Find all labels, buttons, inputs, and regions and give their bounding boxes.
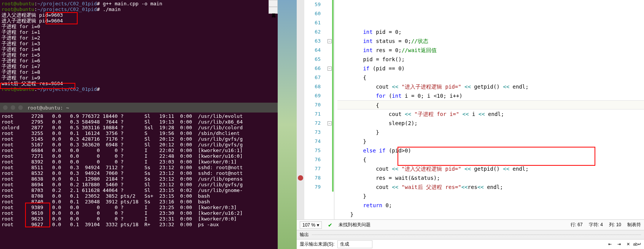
line-number: 78 (304, 173, 321, 182)
line-number: 76 (304, 155, 321, 164)
terminal-output-line: 进入子进程逻辑 pid=9604 (2, 18, 276, 24)
line-number: 79 (304, 182, 321, 192)
annotation-box-wait (0, 83, 75, 89)
terminal-output-line: 子进程 for i=2 (2, 35, 276, 41)
terminal-output-line: 子进程 for i=1 (2, 29, 276, 35)
terminal-output-line: 子进程 for i=5 (2, 52, 276, 58)
line-number: 73 (304, 128, 321, 137)
code-line[interactable]: return 0; (337, 201, 644, 210)
line-number: 59 (304, 0, 321, 9)
output-next-icon[interactable]: ⇥ (615, 241, 623, 248)
code-line[interactable]: sleep(2); (337, 119, 644, 128)
terminal2-titlebar[interactable]: root@ubuntu: ~ (0, 103, 278, 113)
fold-minus-icon[interactable]: − (328, 39, 332, 43)
tab-explorer[interactable]: 资源管理器 (269, 0, 278, 7)
status-tabs: 制表符 (627, 222, 641, 228)
line-number: 71 (304, 109, 321, 119)
ps-row: colord 2877 0.0 0.5 303116 10884 ? Ssl 1… (2, 125, 276, 130)
code-editor[interactable]: 5960616263646566676869707172737475767778… (297, 0, 644, 219)
code-line[interactable]: { (337, 100, 644, 109)
fold-minus-icon[interactable]: − (328, 121, 332, 125)
code-line[interactable]: else if (pid>0) (337, 146, 644, 155)
line-number: 61 (304, 18, 321, 27)
line-number: 75 (304, 146, 321, 155)
minimize-icon[interactable] (11, 105, 15, 110)
line-number: 67 (304, 73, 321, 82)
line-number: 63 (304, 36, 321, 46)
chevron-down-icon: ▾ (317, 222, 319, 228)
line-number-gutter: 5960616263646566676869707172737475767778… (304, 0, 325, 219)
code-line[interactable]: } (337, 192, 644, 201)
ps-row: root 2795 0.0 0.3 584948 7644 ? Sl 19:13… (2, 119, 276, 125)
ps-row: root 8511 0.0 0.3 94924 7112 ? Ss 23:12 … (2, 165, 276, 170)
code-line[interactable]: int pid = 0; (337, 27, 644, 36)
breakpoint-gutter[interactable] (297, 0, 304, 219)
output-panel-body: 显示输出来源(S): 生成 ⇤ ⇥ ✕ ab↵ (297, 239, 644, 249)
fold-gutter[interactable]: −−− (325, 0, 334, 219)
code-line[interactable]: cout << "进入父进程逻辑 pid=" << getpid() << en… (337, 164, 644, 173)
line-number: 68 (304, 82, 321, 91)
zoom-selector[interactable]: 107 % ▾ (300, 221, 322, 229)
output-wrap-icon[interactable]: ab↵ (633, 241, 641, 248)
line-number: 69 (304, 91, 321, 100)
code-line[interactable]: } (337, 128, 644, 137)
terminal-output-line: 子进程 for i=9 (2, 75, 276, 81)
ps-row: root 8532 0.0 0.3 94924 7060 ? Ss 23:12 … (2, 170, 276, 176)
terminal-output-line: 进入父进程逻辑 pid=9603 (2, 12, 276, 18)
tab-toolbox[interactable]: 工具箱 (269, 7, 278, 14)
code-line[interactable]: cout << "子进程 for i=" << i << endl; (337, 109, 644, 119)
line-number: 65 (304, 55, 321, 64)
output-source-select[interactable]: 生成 (337, 240, 372, 248)
output-clear-icon[interactable]: ✕ (624, 241, 632, 248)
line-number: 66 (304, 64, 321, 73)
code-content[interactable]: int pid = 0; int status = 0;//状态 int res… (334, 0, 644, 219)
terminal2-title: root@ubuntu: ~ (27, 105, 69, 111)
ps-row: root 8694 0.0 0.2 187880 5460 ? Sl 23:12… (2, 182, 276, 187)
terminal-output-line: 子进程 for i=4 (2, 46, 276, 52)
annotation-box-pids (46, 12, 78, 24)
code-line[interactable]: if (pid == 0) (337, 64, 644, 73)
code-line[interactable]: } (337, 210, 644, 219)
code-line[interactable]: int status = 0;//状态 (337, 36, 644, 46)
code-line[interactable]: { (337, 155, 644, 164)
ps-row: root 8708 0.0 0.1 23052 3852 pts/2 Ss+ 2… (2, 193, 276, 199)
terminal-top[interactable]: root@ubuntu:~/projects/C02_01pid# g++ ma… (0, 0, 278, 103)
output-source-label: 显示输出来源(S): (300, 241, 334, 247)
ps-row: root 8638 0.0 0.1 12980 2184 ? Ss 23:12 … (2, 176, 276, 182)
code-line[interactable]: { (337, 73, 644, 82)
terminal-output-line: 子进程 for i=3 (2, 41, 276, 46)
code-line[interactable]: int res = 0;//wait返回值 (337, 46, 644, 55)
line-number: 62 (304, 27, 321, 36)
line-number: 72 (304, 119, 321, 128)
code-line[interactable]: cout << "wait后 父进程 res="<<res<< endl; (337, 182, 644, 192)
line-number: 70 (304, 100, 321, 109)
ps-row: root 3255 0.0 0.1 16124 3756 ? S 19:56 0… (2, 130, 276, 136)
status-issues: 未找到相关问题 (339, 222, 370, 228)
fold-minus-icon[interactable]: − (328, 67, 332, 71)
splitter[interactable] (278, 0, 297, 249)
terminal-bottom[interactable]: root 2728 0.0 0.9 776372 18440 ? Sl 19:1… (0, 113, 278, 249)
ps-row: root 5145 0.0 0.3 428716 7176 ? Sl 20:12… (2, 136, 276, 142)
code-line[interactable]: } (337, 137, 644, 146)
ps-row: root 5167 0.0 0.3 363620 6948 ? Sl 20:12… (2, 142, 276, 147)
code-line[interactable]: res = wait(&status); (337, 173, 644, 182)
line-number: 74 (304, 137, 321, 146)
output-panel-header[interactable]: 输出 (297, 230, 644, 239)
terminal-output-line: 子进程 for i=0 (2, 24, 276, 29)
output-prev-icon[interactable]: ⇤ (606, 241, 614, 248)
code-line[interactable]: cout << "进入子进程逻辑 pid=" << getpid() << en… (337, 82, 644, 91)
close-icon[interactable] (3, 105, 8, 110)
check-icon: ✔ (328, 222, 332, 228)
maximize-icon[interactable] (18, 105, 23, 110)
ps-row: root 2728 0.0 0.9 776372 18440 ? Sl 19:1… (2, 113, 276, 119)
line-number: 77 (304, 164, 321, 173)
terminal-output-line: 子进程 for i=8 (2, 69, 276, 75)
code-line[interactable]: pid = fork(); (337, 55, 644, 64)
line-number: 60 (304, 9, 321, 18)
breakpoint-icon[interactable] (298, 175, 303, 181)
ps-row: root 8703 0.2 2.1 611628 44064 ? Sl 23:1… (2, 187, 276, 193)
ps-row: root 7271 0.0 0.0 0 0 ? I 22:48 0:00 [kw… (2, 153, 276, 159)
code-line[interactable]: for (int i = 0; i <10; i++) (337, 91, 644, 100)
status-bar: 107 % ▾ ✔ 未找到相关问题 行: 67 字符: 4 列: 10 制表符 (297, 219, 644, 230)
ps-row: root 6684 0.0 0.0 0 0 ? I 22:02 0:00 [kw… (2, 147, 276, 153)
